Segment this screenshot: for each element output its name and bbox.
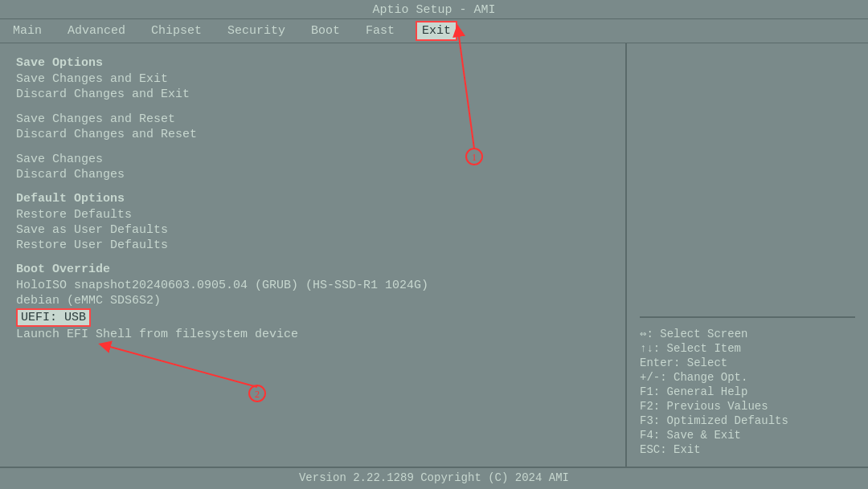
menu-exit[interactable]: Exit xyxy=(416,21,457,41)
help-esc: ESC: Exit xyxy=(640,442,855,457)
help-f4: F4: Save & Exit xyxy=(640,428,855,442)
menu-boot[interactable]: Boot xyxy=(306,22,345,39)
boot-holoiso[interactable]: HoloISO snapshot20240603.0905.04 (GRUB) … xyxy=(16,278,609,293)
menu-advanced[interactable]: Advanced xyxy=(63,22,130,39)
save-user-defaults[interactable]: Save as User Defaults xyxy=(16,222,609,238)
left-panel: Save Options Save Changes and Exit Disca… xyxy=(0,43,627,467)
save-options-header: Save Options xyxy=(16,56,609,70)
default-options-header: Default Options xyxy=(16,192,609,206)
version-text: Version 2.22.1289 Copyright (C) 2024 AMI xyxy=(299,471,569,484)
help-select-item: ↑↓: Select Item xyxy=(640,341,855,356)
help-f3: F3: Optimized Defaults xyxy=(640,414,855,428)
restore-defaults[interactable]: Restore Defaults xyxy=(16,207,609,222)
help-f2: F2: Previous Values xyxy=(640,399,855,414)
menu-chipset[interactable]: Chipset xyxy=(146,22,207,39)
help-f1: F1: General Help xyxy=(640,385,855,399)
main-area: Save Options Save Changes and Exit Disca… xyxy=(0,43,868,467)
footer: Version 2.22.1289 Copyright (C) 2024 AMI xyxy=(0,467,868,489)
save-changes-reset[interactable]: Save Changes and Reset xyxy=(16,112,609,127)
boot-override-header: Boot Override xyxy=(16,263,609,276)
right-panel: ⇔: Select Screen ↑↓: Select Item Enter: … xyxy=(627,43,868,467)
discard-changes-reset[interactable]: Discard Changes and Reset xyxy=(16,127,609,142)
menu-fast[interactable]: Fast xyxy=(361,22,399,39)
help-select-screen: ⇔: Select Screen xyxy=(640,326,855,341)
menu-bar: Main Advanced Chipset Security Boot Fast… xyxy=(0,18,868,43)
launch-efi-shell[interactable]: Launch EFI Shell from filesystem device xyxy=(16,327,609,342)
boot-debian[interactable]: debian (eMMC SDS6S2) xyxy=(16,293,609,308)
help-section: ⇔: Select Screen ↑↓: Select Item Enter: … xyxy=(640,316,855,457)
help-enter: Enter: Select xyxy=(640,356,855,370)
menu-security[interactable]: Security xyxy=(223,22,290,39)
help-change-opt: +/-: Change Opt. xyxy=(640,370,855,385)
title-bar: Aptio Setup - AMI xyxy=(0,0,868,18)
restore-user-defaults[interactable]: Restore User Defaults xyxy=(16,238,609,253)
app-title: Aptio Setup - AMI xyxy=(372,3,495,17)
discard-changes[interactable]: Discard Changes xyxy=(16,167,609,182)
save-changes[interactable]: Save Changes xyxy=(16,152,609,167)
boot-uefi-usb[interactable]: UEFI: USB xyxy=(16,308,91,327)
discard-changes-exit[interactable]: Discard Changes and Exit xyxy=(16,87,609,102)
save-changes-exit[interactable]: Save Changes and Exit xyxy=(16,71,609,87)
menu-main[interactable]: Main xyxy=(8,22,47,39)
